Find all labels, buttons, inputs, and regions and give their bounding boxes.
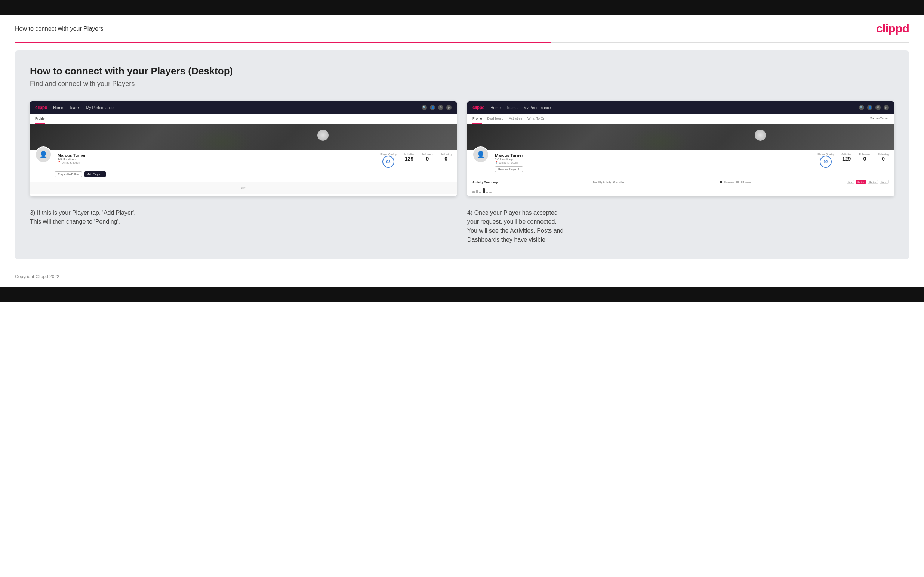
settings-icon-2[interactable]: ⚙ bbox=[876, 105, 880, 110]
on-course-dot bbox=[720, 181, 722, 183]
off-course-dot bbox=[737, 181, 738, 183]
player-avatar-row-2: 👤 Marcus Turner 1-5 Handicap 📍 United Ki… bbox=[472, 147, 889, 172]
bar-group-5 bbox=[486, 192, 488, 193]
bar-seg-on bbox=[483, 188, 485, 193]
player-handicap-2: 1-5 Handicap bbox=[495, 158, 811, 161]
desc-step4: 4) Once your Player has acceptedyour req… bbox=[467, 208, 894, 244]
bar-seg bbox=[489, 192, 491, 193]
nav-item-teams-1[interactable]: Teams bbox=[69, 106, 80, 110]
bar-group-3 bbox=[479, 192, 481, 193]
footer: Copyright Clippd 2022 bbox=[0, 267, 924, 287]
remove-player-button[interactable]: Remove Player ✕ bbox=[495, 166, 523, 172]
player-name-2: Marcus Turner bbox=[495, 153, 811, 158]
user-icon-1[interactable]: 👤 bbox=[430, 105, 435, 110]
location-pin-icon-2: 📍 bbox=[495, 161, 498, 164]
player-handicap-1: 1-5 Handicap bbox=[58, 158, 374, 161]
filter-1mth[interactable]: 1 mth bbox=[880, 180, 889, 184]
player-info-1: Marcus Turner 1-5 Handicap 📍 United King… bbox=[58, 147, 374, 164]
page-title: How to connect with your Players bbox=[15, 26, 103, 32]
player-stats-2: Player Quality 92 Activities 129 Followe… bbox=[817, 147, 889, 168]
header-logo: clippd bbox=[876, 22, 909, 35]
player-profile-1: 👤 Marcus Turner 1-5 Handicap 📍 United Ki… bbox=[30, 150, 457, 182]
nav-item-teams-2[interactable]: Teams bbox=[506, 106, 517, 110]
flag-icon-2[interactable]: 🏳 bbox=[884, 105, 889, 110]
screenshot-1: clippd Home Teams My Performance 🔍 👤 ⚙ 🏳… bbox=[30, 101, 457, 197]
user-icon-2[interactable]: 👤 bbox=[867, 105, 872, 110]
screenshots-row: clippd Home Teams My Performance 🔍 👤 ⚙ 🏳… bbox=[30, 101, 894, 197]
copyright-text: Copyright Clippd 2022 bbox=[15, 274, 60, 279]
player-stats-1: Player Quality 92 Activities 129 Followe… bbox=[380, 147, 452, 168]
settings-icon-1[interactable]: ⚙ bbox=[438, 105, 443, 110]
activity-bars bbox=[472, 186, 889, 193]
filter-6mths[interactable]: 6 mths bbox=[856, 180, 866, 184]
nav-item-home-1[interactable]: Home bbox=[53, 106, 63, 110]
nav-item-performance-1[interactable]: My Performance bbox=[86, 106, 113, 110]
stat-quality-1: Player Quality 92 bbox=[380, 153, 397, 168]
request-follow-button[interactable]: Request to Follow bbox=[55, 171, 82, 177]
add-player-button[interactable]: Add Player + bbox=[84, 171, 106, 177]
nav-icons-2: 🔍 👤 ⚙ 🏳 bbox=[859, 105, 889, 110]
app-navbar-2: clippd Home Teams My Performance 🔍 👤 ⚙ 🏳 bbox=[467, 101, 894, 114]
bar-seg bbox=[486, 192, 488, 193]
quality-circle-2: 92 bbox=[820, 156, 832, 168]
tab-dashboard-2[interactable]: Dashboard bbox=[488, 114, 504, 124]
player-info-2: Marcus Turner 1-5 Handicap 📍 United King… bbox=[495, 147, 811, 172]
screenshot-2: clippd Home Teams My Performance 🔍 👤 ⚙ 🏳… bbox=[467, 101, 894, 197]
activity-filters: 1 yr 6 mths 3 mths 1 mth bbox=[846, 180, 889, 184]
tab-profile-2[interactable]: Profile bbox=[472, 114, 482, 124]
filter-1yr[interactable]: 1 yr bbox=[846, 180, 854, 184]
screenshot-bottom-1: ✏ bbox=[30, 182, 457, 194]
bar-seg bbox=[479, 192, 481, 193]
stat-following-1: Following 0 bbox=[440, 153, 452, 168]
bar-group-4 bbox=[483, 188, 485, 193]
desc-step3: 3) If this is your Player tap, 'Add Play… bbox=[30, 208, 457, 244]
bottom-bar bbox=[0, 287, 924, 302]
activity-header: Activity Summary Monthly Activity · 6 Mo… bbox=[472, 180, 889, 184]
nav-item-performance-2[interactable]: My Performance bbox=[523, 106, 551, 110]
stat-followers-1: Followers 0 bbox=[422, 153, 433, 168]
tab-what-to-on-2[interactable]: What To On bbox=[527, 114, 545, 124]
header-divider bbox=[15, 42, 909, 43]
player-actions-1: Request to Follow Add Player + bbox=[55, 171, 452, 177]
player-name-1: Marcus Turner bbox=[58, 153, 374, 158]
app-tabs-1: Profile bbox=[30, 114, 457, 124]
activity-summary: Activity Summary Monthly Activity · 6 Mo… bbox=[467, 177, 894, 197]
app-tabs-2: Profile Dashboard Activities What To On … bbox=[467, 114, 894, 124]
search-icon-1[interactable]: 🔍 bbox=[422, 105, 427, 110]
header: How to connect with your Players clippd bbox=[0, 15, 924, 42]
descriptions-row: 3) If this is your Player tap, 'Add Play… bbox=[30, 208, 894, 244]
search-icon-2[interactable]: 🔍 bbox=[859, 105, 864, 110]
app-logo-1: clippd bbox=[35, 105, 47, 110]
filter-3mths[interactable]: 3 mths bbox=[867, 180, 878, 184]
player-avatar-row-1: 👤 Marcus Turner 1-5 Handicap 📍 United Ki… bbox=[35, 147, 452, 168]
stat-followers-2: Followers 0 bbox=[859, 153, 870, 168]
stat-following-2: Following 0 bbox=[878, 153, 889, 168]
bar-group-1 bbox=[472, 191, 475, 193]
player-location-1: 📍 United Kingdom bbox=[58, 161, 374, 164]
app-navbar-1: clippd Home Teams My Performance 🔍 👤 ⚙ 🏳 bbox=[30, 101, 457, 114]
bar-seg bbox=[472, 191, 475, 193]
bar-seg bbox=[476, 190, 478, 193]
player-location-2: 📍 United Kingdom bbox=[495, 161, 811, 164]
pencil-icon: ✏ bbox=[241, 185, 246, 191]
main-subtitle: Find and connect with your Players bbox=[30, 80, 894, 88]
stat-quality-2: Player Quality 92 bbox=[817, 153, 834, 168]
main-title: How to connect with your Players (Deskto… bbox=[30, 65, 894, 77]
player-profile-2: 👤 Marcus Turner 1-5 Handicap 📍 United Ki… bbox=[467, 150, 894, 177]
activity-title: Activity Summary bbox=[472, 181, 498, 184]
nav-item-home-2[interactable]: Home bbox=[490, 106, 501, 110]
activity-period: Monthly Activity · 6 Months bbox=[593, 181, 624, 184]
step4-text: 4) Once your Player has acceptedyour req… bbox=[467, 208, 894, 244]
top-bar bbox=[0, 0, 924, 15]
avatar-icon-1: 👤 bbox=[39, 150, 47, 159]
tab-activities-2[interactable]: Activities bbox=[509, 114, 523, 124]
off-course-label: Off course bbox=[741, 181, 751, 183]
avatar-2: 👤 bbox=[472, 147, 489, 163]
flag-icon-1[interactable]: 🏳 bbox=[446, 105, 452, 110]
nav-icons-1: 🔍 👤 ⚙ 🏳 bbox=[422, 105, 452, 110]
bar-group-6 bbox=[489, 192, 491, 193]
bar-group-2 bbox=[476, 190, 478, 193]
tab-profile-1[interactable]: Profile bbox=[35, 114, 45, 124]
activity-legend: On course Off course bbox=[720, 181, 751, 183]
stat-activities-1: Activities 129 bbox=[404, 153, 415, 168]
